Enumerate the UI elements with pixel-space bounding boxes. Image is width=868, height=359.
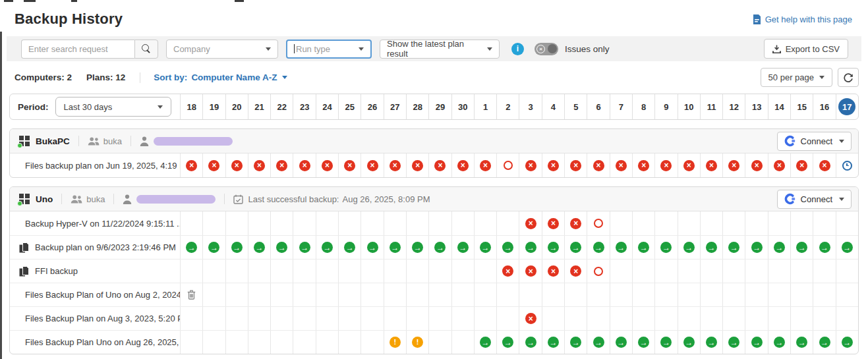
success-status-icon[interactable]: → [548, 337, 559, 348]
error-status-icon[interactable]: × [480, 160, 491, 171]
success-status-icon[interactable]: → [344, 242, 355, 253]
success-status-icon[interactable]: → [299, 242, 310, 253]
error-status-icon[interactable]: × [548, 265, 559, 277]
success-status-icon[interactable]: → [683, 337, 695, 348]
per-page-select[interactable]: 50 per page [761, 68, 832, 87]
success-status-icon[interactable]: → [231, 242, 243, 253]
success-status-icon[interactable]: → [774, 242, 785, 253]
plan-name-cell[interactable]: Backup plan on 9/6/2023 2:19:46 PM [10, 236, 180, 259]
success-status-icon[interactable]: → [819, 242, 830, 253]
plan-name-cell[interactable]: FFI backup [10, 260, 180, 283]
plan-name-cell[interactable]: Files backup plan on Jun 19, 2025, 4:19 … [10, 153, 180, 177]
plan-name-cell[interactable]: Files Backup Plan Uno on Aug 26, 2025, .… [10, 331, 180, 354]
error-status-icon[interactable]: × [774, 160, 785, 171]
success-status-icon[interactable]: → [774, 337, 785, 348]
success-status-icon[interactable]: → [616, 242, 627, 253]
success-status-icon[interactable]: → [525, 337, 536, 348]
success-status-icon[interactable]: → [480, 337, 491, 348]
plan-name-cell[interactable]: Files Backup Plan of Uno on Aug 2, 2024,… [10, 283, 180, 306]
success-status-icon[interactable]: → [570, 337, 581, 348]
error-status-icon[interactable]: × [525, 313, 536, 324]
error-status-icon[interactable]: × [186, 160, 197, 171]
error-status-icon[interactable]: × [208, 160, 219, 171]
success-status-icon[interactable]: → [502, 337, 513, 348]
error-status-icon[interactable]: × [570, 265, 581, 277]
success-status-icon[interactable]: → [751, 337, 763, 348]
success-status-icon[interactable]: → [480, 242, 491, 253]
plan-name-cell[interactable]: Files Backup Plan on Aug 3, 2023, 5:20 P… [10, 307, 180, 330]
success-status-icon[interactable]: → [570, 242, 581, 253]
error-status-icon[interactable]: × [819, 160, 830, 171]
success-status-icon[interactable]: → [276, 242, 287, 253]
success-status-icon[interactable]: → [638, 337, 649, 348]
success-status-icon[interactable]: → [728, 242, 739, 253]
success-status-icon[interactable]: → [706, 337, 717, 348]
error-status-icon[interactable]: × [751, 160, 763, 171]
error-status-icon[interactable]: × [322, 160, 333, 171]
success-status-icon[interactable]: → [208, 242, 219, 253]
error-status-icon[interactable]: × [525, 218, 536, 229]
result-mode-select[interactable]: Show the latest plan result [380, 40, 500, 59]
success-status-icon[interactable]: → [660, 337, 672, 348]
success-status-icon[interactable]: → [683, 242, 695, 253]
error-status-icon[interactable]: × [525, 160, 536, 171]
error-status-icon[interactable]: × [706, 160, 717, 171]
error-outline-status-icon[interactable] [594, 267, 603, 276]
error-status-icon[interactable]: × [660, 160, 672, 171]
warning-status-icon[interactable]: ! [412, 337, 423, 348]
error-status-icon[interactable]: × [525, 265, 536, 277]
success-status-icon[interactable]: → [322, 242, 333, 253]
error-status-icon[interactable]: × [502, 265, 513, 277]
error-outline-status-icon[interactable] [504, 161, 513, 170]
get-help-link[interactable]: Get help with this page [753, 14, 852, 24]
error-status-icon[interactable]: × [548, 160, 559, 171]
company-select[interactable]: Company [166, 40, 278, 59]
success-status-icon[interactable]: → [706, 242, 717, 253]
success-status-icon[interactable]: → [367, 242, 378, 253]
success-status-icon[interactable]: → [412, 242, 423, 253]
success-status-icon[interactable]: → [186, 242, 197, 253]
success-status-icon[interactable]: → [525, 242, 536, 253]
error-status-icon[interactable]: × [796, 160, 807, 171]
success-status-icon[interactable]: → [390, 242, 401, 253]
error-status-icon[interactable]: × [548, 218, 559, 229]
error-status-icon[interactable]: × [390, 160, 401, 171]
success-status-icon[interactable]: → [842, 337, 853, 348]
error-status-icon[interactable]: × [434, 160, 446, 171]
error-status-icon[interactable]: × [570, 218, 581, 229]
search-input[interactable] [21, 40, 134, 59]
warning-status-icon[interactable]: ! [390, 337, 401, 348]
success-status-icon[interactable]: → [457, 242, 469, 253]
plan-name-cell[interactable]: Backup Hyper-V on 11/22/2024 9:15:11 ... [10, 211, 180, 235]
scheduled-clock-icon[interactable] [842, 161, 852, 171]
success-status-icon[interactable]: → [593, 337, 604, 348]
error-status-icon[interactable]: × [683, 160, 695, 171]
error-status-icon[interactable]: × [638, 160, 649, 171]
refresh-button[interactable] [838, 68, 859, 87]
error-status-icon[interactable]: × [344, 160, 355, 171]
error-status-icon[interactable]: × [276, 160, 287, 171]
export-csv-button[interactable]: Export to CSV [764, 39, 848, 59]
success-status-icon[interactable]: → [434, 242, 446, 253]
error-status-icon[interactable]: × [254, 160, 265, 171]
success-status-icon[interactable]: → [616, 337, 627, 348]
error-status-icon[interactable]: × [231, 160, 243, 171]
error-status-icon[interactable]: × [570, 160, 581, 171]
success-status-icon[interactable]: → [796, 242, 807, 253]
error-status-icon[interactable]: × [616, 160, 627, 171]
sort-by-dropdown[interactable]: Sort by: Computer Name A-Z [154, 72, 287, 82]
trash-icon[interactable] [187, 290, 196, 300]
error-outline-status-icon[interactable] [594, 219, 603, 228]
success-status-icon[interactable]: → [728, 337, 739, 348]
connect-button[interactable]: Connect [777, 190, 852, 209]
issues-only-toggle[interactable]: × [535, 43, 558, 55]
search-button[interactable] [134, 40, 158, 59]
info-icon[interactable]: i [511, 43, 524, 55]
success-status-icon[interactable]: → [660, 242, 672, 253]
success-status-icon[interactable]: → [842, 242, 853, 253]
error-status-icon[interactable]: × [457, 160, 469, 171]
error-status-icon[interactable]: × [299, 160, 310, 171]
connect-button[interactable]: Connect [777, 132, 852, 151]
success-status-icon[interactable]: → [796, 337, 807, 348]
success-status-icon[interactable]: → [548, 242, 559, 253]
